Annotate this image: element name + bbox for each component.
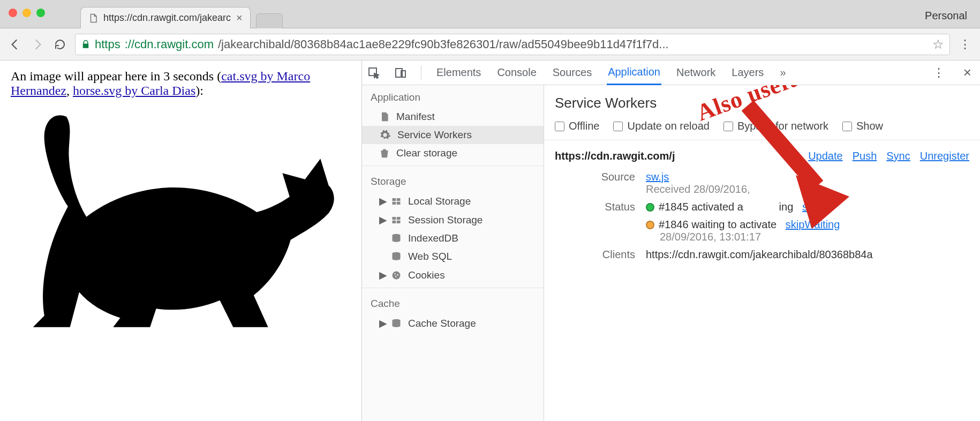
row-status-2: #1846 waiting to activate skipWaiting 28… — [646, 219, 969, 243]
tab-close-icon[interactable]: × — [236, 12, 243, 24]
browser-menu-button[interactable]: ⋮ — [958, 37, 973, 51]
devtools-body: Application Manifest Service Workers Cle… — [362, 85, 980, 421]
side-item-cookies[interactable]: ▶ Cookies — [362, 266, 544, 284]
intro-sep: , — [66, 84, 73, 97]
browser-tab[interactable]: https://cdn.rawgit.com/jakearc × — [80, 7, 251, 28]
document-icon — [379, 111, 390, 123]
row-status: Status #1845 activated a ing stop — [555, 201, 969, 213]
sw-origin-actions: Update Push Sync Unregister — [808, 150, 969, 162]
side-item-service-workers[interactable]: Service Workers — [362, 126, 544, 144]
side-group-storage: Storage — [362, 169, 544, 192]
pane-title: Service Workers — [555, 95, 969, 111]
tabs-overflow[interactable]: » — [779, 61, 787, 84]
svg-rect-5 — [393, 201, 396, 204]
check-label: Offline — [569, 120, 599, 132]
service-workers-pane: Service Workers Offline Update on reload… — [544, 85, 980, 421]
bookmark-star-icon[interactable]: ☆ — [932, 37, 944, 52]
svg-point-16 — [395, 276, 396, 277]
devtools-menu-button[interactable]: ⋮ — [931, 66, 946, 80]
side-label: IndexedDB — [408, 232, 458, 244]
label-source: Source — [555, 171, 635, 196]
grid-icon — [391, 197, 402, 206]
status-1-text: #1845 activated a — [659, 201, 743, 213]
rendered-page: An image will appear here in 3 seconds (… — [0, 61, 362, 421]
link-unregister[interactable]: Unregister — [920, 150, 969, 162]
side-item-local-storage[interactable]: ▶ Local Storage — [362, 192, 544, 210]
intro-text: An image will appear here in 3 seconds ( — [11, 69, 221, 83]
svg-rect-4 — [397, 198, 401, 201]
side-group-application: Application — [362, 85, 544, 108]
sw-options-row: Offline Update on reload Bypass for netw… — [555, 120, 969, 132]
inspect-icon[interactable] — [367, 66, 380, 79]
source-received: Received 28/09/2016, — [646, 183, 750, 195]
side-label: Local Storage — [408, 196, 471, 207]
url-scheme: https — [95, 37, 120, 51]
url-host: ://cdn.rawgit.com — [125, 37, 214, 51]
browser-toolbar: https://cdn.rawgit.com/jakearchibald/803… — [0, 28, 980, 61]
tab-application[interactable]: Application — [607, 61, 661, 85]
link-sw-source[interactable]: sw.js — [646, 171, 669, 183]
new-tab-button[interactable] — [256, 13, 283, 28]
intro-suffix: ): — [195, 84, 203, 97]
back-button[interactable] — [7, 37, 22, 52]
side-item-clear-storage[interactable]: Clear storage — [362, 144, 544, 162]
side-item-web-sql[interactable]: Web SQL — [362, 247, 544, 266]
svg-rect-3 — [393, 198, 396, 201]
side-label: Web SQL — [408, 251, 452, 262]
status-dot-waiting-icon — [646, 221, 654, 229]
window-close-button[interactable] — [9, 9, 17, 17]
check-show-all[interactable]: Show — [842, 120, 883, 132]
tab-layers[interactable]: Layers — [730, 61, 765, 84]
check-offline[interactable]: Offline — [555, 120, 599, 132]
tab-elements[interactable]: Elements — [435, 61, 482, 84]
address-bar[interactable]: https://cdn.rawgit.com/jakearchibald/803… — [75, 34, 950, 55]
devtools-close-button[interactable]: × — [960, 64, 975, 81]
check-label: Bypass for network — [737, 120, 828, 132]
window-controls — [9, 9, 45, 17]
reload-button[interactable] — [52, 37, 67, 52]
devtools-panel: Elements Console Sources Application Net… — [362, 61, 980, 421]
side-item-manifest[interactable]: Manifest — [362, 108, 544, 126]
gear-icon — [379, 129, 391, 141]
link-sync[interactable]: Sync — [886, 150, 910, 162]
lock-icon — [81, 40, 91, 49]
tab-sources[interactable]: Sources — [552, 61, 593, 84]
side-label: Cookies — [408, 269, 445, 281]
expand-icon: ▶ — [379, 317, 385, 329]
database-icon — [391, 233, 402, 244]
device-toggle-icon[interactable] — [394, 66, 407, 79]
link-skipwaiting[interactable]: skipWaiting — [786, 219, 840, 230]
link-push[interactable]: Push — [853, 150, 877, 162]
arrow-icon — [726, 95, 865, 234]
status-2-text: #1846 waiting to activate — [659, 219, 777, 230]
expand-icon: ▶ — [379, 195, 385, 207]
sw-origin-row: https://cdn.rawgit.com/j Update Push Syn… — [555, 150, 969, 162]
forward-button[interactable] — [30, 37, 45, 52]
grid-icon — [391, 215, 402, 225]
side-item-indexeddb[interactable]: IndexedDB — [362, 229, 544, 247]
tab-console[interactable]: Console — [496, 61, 537, 84]
check-bypass-network[interactable]: Bypass for network — [723, 120, 828, 132]
tab-network[interactable]: Network — [675, 61, 717, 84]
side-label: Clear storage — [396, 147, 457, 159]
link-stop[interactable]: stop — [802, 201, 823, 213]
svg-point-13 — [393, 271, 401, 279]
label-status: Status — [555, 201, 635, 213]
main-split: An image will appear here in 3 seconds (… — [0, 61, 980, 421]
window-minimize-button[interactable] — [22, 9, 31, 17]
link-update[interactable]: Update — [808, 150, 843, 162]
profile-label[interactable]: Personal — [925, 10, 967, 22]
trash-icon — [379, 147, 390, 159]
cat-image — [11, 101, 351, 351]
side-item-cache-storage[interactable]: ▶ Cache Storage — [362, 314, 544, 333]
svg-rect-8 — [397, 217, 401, 220]
label-clients: Clients — [555, 249, 635, 261]
link-horse-svg[interactable]: horse.svg by Carla Dias — [73, 84, 195, 97]
clients-value: https://cdn.rawgit.com/jakearchibald/803… — [646, 249, 969, 261]
side-group-cache: Cache — [362, 291, 544, 314]
cat-silhouette-icon — [11, 101, 343, 348]
side-item-session-storage[interactable]: ▶ Session Storage — [362, 210, 544, 229]
window-zoom-button[interactable] — [36, 9, 45, 17]
check-update-on-reload[interactable]: Update on reload — [613, 120, 709, 132]
database-icon — [391, 318, 402, 329]
